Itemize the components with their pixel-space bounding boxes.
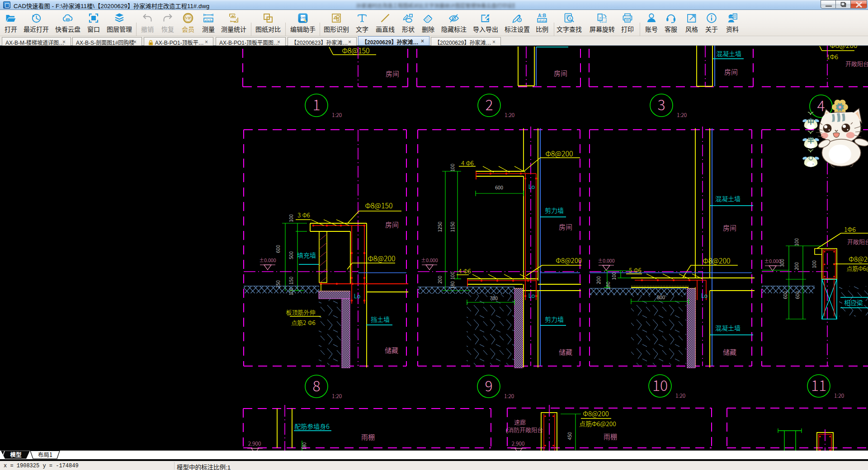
svg-text:A: A — [569, 16, 572, 21]
svg-text:模型: 模型 — [10, 451, 22, 459]
svg-text:Φ8@200: Φ8@200 — [830, 46, 857, 50]
svg-text:500: 500 — [287, 251, 294, 259]
svg-text:2: 2 — [485, 94, 493, 114]
svg-text:Φ8@200: Φ8@200 — [583, 409, 609, 418]
svg-text:100: 100 — [810, 260, 817, 268]
svg-text:Φ8@200: Φ8@200 — [703, 255, 730, 266]
svg-text:点筋Φ6@200: 点筋Φ6@200 — [579, 419, 616, 428]
svg-text:100: 100 — [793, 238, 800, 246]
svg-text:100: 100 — [610, 272, 617, 280]
svg-text:±0.000: ±0.000 — [259, 256, 276, 263]
svg-text:1:20: 1:20 — [332, 392, 342, 400]
svg-text:剪力墙: 剪力墙 — [545, 206, 564, 215]
svg-text:Lo: Lo — [354, 291, 360, 300]
svg-text:100: 100 — [448, 164, 456, 172]
svg-text:Φ8@200: Φ8@200 — [556, 255, 581, 265]
svg-text:8: 8 — [312, 375, 320, 395]
svg-text:点筋Φ6@: 点筋Φ6@ — [847, 264, 868, 273]
svg-text:混凝土墙: 混凝土墙 — [715, 323, 741, 332]
svg-text:150: 150 — [287, 277, 294, 285]
svg-text:房间: 房间 — [385, 220, 399, 229]
svg-text:Lo: Lo — [528, 182, 535, 191]
svg-text:200: 200 — [436, 276, 443, 284]
svg-text:储藏: 储藏 — [559, 347, 572, 357]
svg-text:300: 300 — [778, 259, 785, 267]
svg-text:Φ8@200: Φ8@200 — [368, 253, 395, 263]
svg-text:600: 600 — [274, 245, 281, 253]
svg-text:1Φ6: 1Φ6 — [826, 52, 838, 61]
svg-text:填充墙: 填充墙 — [297, 250, 316, 259]
svg-text:房间: 房间 — [554, 68, 567, 78]
svg-text:Lo: Lo — [701, 291, 708, 300]
svg-text:储藏: 储藏 — [723, 347, 736, 357]
svg-text:1:20: 1:20 — [834, 391, 844, 399]
svg-text:板顶筋外伸: 板顶筋外伸 — [286, 308, 315, 316]
svg-text:5 Φ6: 5 Φ6 — [629, 266, 642, 274]
svg-text:3 Φ6: 3 Φ6 — [297, 211, 310, 219]
svg-text:CAD: CAD — [301, 16, 306, 19]
svg-text:Φ8@20: Φ8@20 — [849, 254, 868, 263]
svg-text:挡土墙: 挡土墙 — [371, 315, 390, 324]
svg-text:雨棚: 雨棚 — [361, 432, 375, 442]
svg-text:储藏: 储藏 — [385, 345, 398, 355]
svg-text:700: 700 — [490, 294, 498, 301]
svg-text:1:20: 1:20 — [332, 111, 342, 118]
svg-text:雨棚: 雨棚 — [604, 432, 617, 441]
svg-text:半: 半 — [807, 135, 814, 145]
svg-text:1:20: 1:20 — [677, 111, 687, 118]
svg-text:混凝土墙: 混凝土墙 — [716, 49, 741, 58]
svg-text:剪力墙: 剪力墙 — [545, 315, 564, 324]
svg-text:2.900: 2.900 — [512, 439, 525, 447]
svg-text:±0.000: ±0.000 — [421, 256, 438, 263]
svg-text:1250: 1250 — [436, 221, 443, 232]
svg-text:中: 中 — [807, 116, 814, 126]
svg-text:10: 10 — [652, 374, 668, 395]
svg-text:450: 450 — [566, 432, 573, 440]
svg-text:100: 100 — [287, 214, 294, 222]
svg-text:A:B: A:B — [538, 13, 546, 18]
svg-text:1:20: 1:20 — [504, 392, 514, 400]
svg-text:,: , — [812, 158, 814, 165]
svg-text:房间: 房间 — [723, 223, 736, 232]
svg-text:1: 1 — [312, 94, 320, 114]
svg-text:200: 200 — [793, 262, 800, 270]
svg-text:相应梁: 相应梁 — [844, 298, 863, 307]
svg-text:200: 200 — [594, 276, 602, 284]
svg-text:配筋参墙身6: 配筋参墙身6 — [294, 422, 330, 431]
svg-text:800: 800 — [657, 293, 665, 301]
svg-text:VIP: VIP — [185, 16, 191, 20]
svg-text:开敞阳台: 开敞阳台 — [847, 237, 868, 246]
svg-text:开敞阳台: 开敞阳台 — [845, 59, 868, 68]
svg-text:1:20: 1:20 — [675, 391, 685, 399]
svg-text:1:20: 1:20 — [505, 111, 514, 118]
svg-text:房间: 房间 — [724, 67, 738, 76]
svg-text:1150: 1150 — [448, 221, 456, 232]
svg-text:Lo: Lo — [528, 291, 535, 300]
svg-text:(消防开敞阳台: (消防开敞阳台 — [506, 425, 543, 434]
svg-text:Φ8@150: Φ8@150 — [365, 200, 392, 211]
svg-text:房间: 房间 — [386, 69, 399, 78]
svg-text:9: 9 — [485, 375, 492, 395]
svg-text:4 Φ6: 4 Φ6 — [461, 159, 474, 167]
svg-text:100: 100 — [448, 272, 456, 280]
svg-text:180: 180 — [301, 442, 307, 450]
svg-text:Φ8@150: Φ8@150 — [342, 46, 369, 56]
svg-text:1Φ6: 1Φ6 — [844, 225, 856, 234]
svg-text:混凝土墙: 混凝土墙 — [715, 194, 741, 203]
svg-text:±0.000: ±0.000 — [598, 257, 614, 264]
svg-text:600: 600 — [495, 183, 503, 191]
svg-text:点筋2 Φ6: 点筋2 Φ6 — [291, 318, 316, 327]
svg-text:4 Φ6: 4 Φ6 — [458, 267, 471, 275]
svg-text:Φ8@200: Φ8@200 — [545, 148, 573, 159]
svg-text:房间: 房间 — [559, 222, 572, 231]
svg-text:布局1: 布局1 — [38, 451, 52, 459]
svg-text:2.900: 2.900 — [248, 439, 261, 447]
svg-text:11: 11 — [811, 374, 826, 395]
svg-text:3: 3 — [657, 94, 665, 114]
